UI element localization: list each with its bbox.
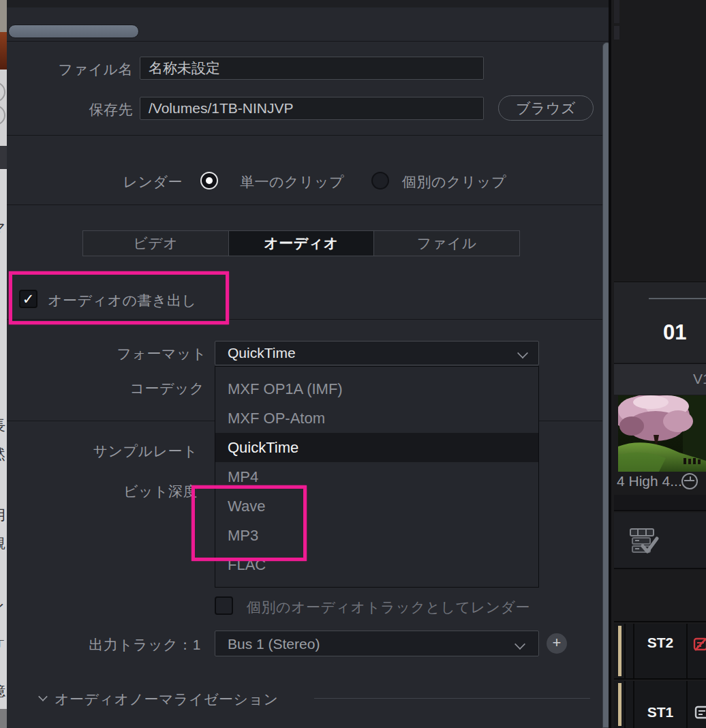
radio-single-clip-label: 単一のクリップ [240,172,344,192]
radio-individual-clips-label: 個別のクリップ [402,172,506,192]
background-text-column: マ 長 然 用 観 イ 「 憶 [0,169,7,709]
browse-button[interactable]: ブラウズ [498,95,594,121]
background-segment [0,709,7,728]
radio-single-clip[interactable] [200,172,218,189]
format-select-value: QuickTime [228,342,296,365]
divider [7,41,611,42]
background-photo-sliver [0,32,7,70]
location-input[interactable]: /Volumes/1TB-NINJVP [140,97,484,120]
render-cache-section [614,513,706,569]
timeline-empty-band [614,571,706,622]
duration-icon [681,473,698,489]
divider [7,319,611,320]
track-label-st1: ST1 [634,704,686,721]
chevron-down-icon [518,347,527,357]
tab-video[interactable]: ビデオ [83,231,229,256]
background-window-sliver: マ 長 然 用 観 イ 「 憶 [0,0,7,728]
track-label-st2: ST2 [634,635,686,651]
video-track-header[interactable]: V1 [614,363,706,395]
audio-track-header-st1[interactable]: ST1 [614,681,706,728]
track-color-tint [618,626,621,676]
background-glyph: 「 [0,637,7,656]
background-circle-decor [0,82,5,102]
background-glyph: 用 [0,506,7,525]
audio-normalization-section-label: オーディオノーマライゼーション [55,690,278,709]
smart-render-check-icon [629,528,659,555]
background-circle-decor [0,105,5,125]
export-audio-label: オーディオの書き出し [48,291,196,310]
track-grid-line [633,624,634,678]
render-label: レンダー [7,172,183,192]
individual-tracks-checkbox[interactable] [215,596,233,615]
add-output-track-button[interactable]: + [547,633,567,654]
collapse-chevron-icon[interactable] [37,693,48,703]
background-glyph: イ [0,600,7,619]
format-dropdown-list: MXF OP1A (IMF) MXF OP-Atom QuickTime MP4… [215,366,539,588]
clip-thumbnail[interactable] [618,395,706,472]
format-option-wave[interactable]: Wave [215,491,538,521]
format-option-mp3[interactable]: MP3 [215,521,538,550]
scrollbar-vertical-thumb[interactable] [602,42,611,728]
scrollbar-horizontal-thumb[interactable] [8,25,139,38]
background-segment [0,0,7,32]
background-glyph: 観 [0,534,7,553]
output-track-select[interactable]: Bus 1 (Stereo) [215,631,539,656]
background-segment [0,70,7,146]
format-select[interactable]: QuickTime [215,341,539,365]
background-glyph: 長 [0,416,7,435]
render-settings-panel: ファイル名 名称未設定 保存先 /Volumes/1TB-NINJVP ブラウズ… [7,0,611,728]
track-list-icon[interactable] [694,706,706,721]
timecode-fragment: 01 [663,320,686,345]
radio-individual-clips[interactable] [371,172,389,189]
timeline-panel-sliver: 01 V1 [614,0,706,728]
tab-audio[interactable]: オーディオ [229,231,375,256]
filename-input[interactable]: 名称未設定 [140,57,484,80]
divider [7,204,611,205]
divider [7,135,611,136]
clip-name-fragment: 4 High 4... [617,473,682,489]
location-label: 保存先 [7,100,133,119]
background-segment [0,146,7,169]
background-glyph: マ [0,218,7,237]
track-grid-line [624,624,626,678]
audio-track-header-st2[interactable]: ST2 [614,624,706,680]
output-track-select-value: Bus 1 (Stereo) [228,631,320,657]
panel-edge-decor [614,26,619,40]
export-audio-checkbox[interactable]: ✓ [19,290,37,308]
filename-label: ファイル名 [7,60,133,79]
format-option-mp4[interactable]: MP4 [215,462,538,491]
output-track-label: 出力トラック：1 [7,635,201,654]
background-glyph: 憶 [0,682,7,701]
bit-depth-label: ビット深度 [7,482,198,501]
viewer-rule [649,298,706,299]
track-grid-line [686,624,688,678]
background-glyph: 然 [0,444,7,464]
video-track-label: V1 [693,371,706,387]
format-option-quicktime[interactable]: QuickTime [215,433,538,462]
section-rule [314,698,590,699]
panel-top-strip [7,0,611,7]
format-option-flac[interactable]: FLAC [215,550,538,579]
panel-edge-decor [614,0,619,23]
viewer-section: 01 [614,282,706,363]
screen: マ 長 然 用 観 イ 「 憶 ファイル名 名称未設定 保存先 /Volumes… [0,0,706,728]
codec-label: コーデック [7,379,204,398]
clip-name-row: 4 High 4... [614,472,706,493]
panel-divider-band [614,495,706,511]
individual-tracks-label: 個別のオーディオトラックとしてレンダー [247,598,530,617]
format-option-mxf-op1a[interactable]: MXF OP1A (IMF) [215,374,538,404]
chevron-down-icon [515,638,525,648]
track-muted-icon[interactable] [693,637,706,652]
sample-rate-label: サンプルレート [7,442,198,461]
format-option-mxf-opatom[interactable]: MXF OP-Atom [215,404,538,433]
settings-tabbar: ビデオ オーディオ ファイル [82,230,520,256]
track-grid-line [686,681,688,728]
track-grid-line [624,681,626,728]
format-label: フォーマット [7,344,206,363]
tab-file[interactable]: ファイル [374,231,519,256]
track-color-tint [618,683,621,726]
